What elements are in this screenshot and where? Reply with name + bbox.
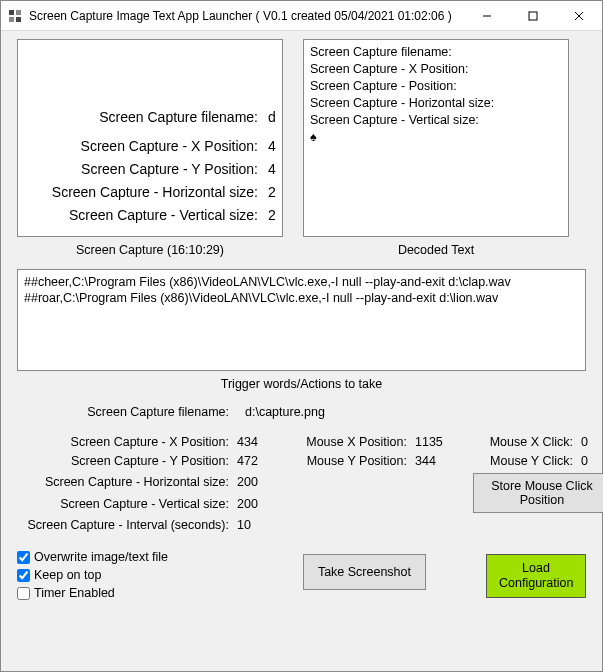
decoded-line: Screen Capture - Horizontal size:: [310, 95, 562, 112]
preview-val: d: [268, 106, 278, 129]
decoded-line: Screen Capture - Vertical size:: [310, 112, 562, 129]
setting-label: Mouse Y Click:: [473, 454, 573, 468]
store-mouse-click-button[interactable]: Store Mouse Click Position: [473, 473, 603, 513]
setting-label: Mouse X Position:: [295, 435, 407, 449]
setting-label: Screen Capture - Interval (seconds):: [17, 518, 229, 532]
preview-val: 4: [268, 135, 278, 158]
setting-value: 0: [581, 435, 603, 449]
preview-label: Screen Capture - Horizontal size:: [52, 181, 258, 204]
overwrite-checkbox-input[interactable]: [17, 551, 30, 564]
trigger-line: ##cheer,C:\Program Files (x86)\VideoLAN\…: [24, 274, 579, 290]
filename-value: d:\capture.png: [245, 405, 325, 419]
overwrite-checkbox[interactable]: Overwrite image/text file: [17, 550, 168, 564]
preview-label: Screen Capture - X Position:: [81, 135, 258, 158]
preview-val: 2: [268, 181, 278, 204]
svg-rect-5: [529, 12, 537, 20]
maximize-button[interactable]: [510, 1, 556, 31]
decoded-caption: Decoded Text: [303, 243, 569, 257]
setting-value: 0: [581, 454, 603, 468]
setting-label: Screen Capture - Horizontal size:: [17, 475, 229, 489]
decoded-line: ♠: [310, 129, 562, 146]
setting-value: 1135: [415, 435, 465, 449]
preview-val: 2: [268, 204, 278, 227]
app-icon: [7, 8, 23, 24]
preview-val: 4: [268, 158, 278, 181]
setting-value: 344: [415, 454, 465, 468]
capture-caption: Screen Capture (16:10:29): [17, 243, 283, 257]
timer-enabled-checkbox-input[interactable]: [17, 587, 30, 600]
window-title: Screen Capture Image Text App Launcher (…: [29, 9, 464, 23]
titlebar: Screen Capture Image Text App Launcher (…: [1, 1, 602, 31]
keep-on-top-checkbox-input[interactable]: [17, 569, 30, 582]
take-screenshot-button[interactable]: Take Screenshot: [303, 554, 426, 590]
decoded-line: Screen Capture - Position:: [310, 78, 562, 95]
checkbox-group: Overwrite image/text file Keep on top Ti…: [17, 550, 168, 600]
svg-rect-2: [9, 17, 14, 22]
setting-value: 472: [237, 454, 287, 468]
filename-label: Screen Capture filename:: [17, 405, 229, 419]
svg-rect-0: [9, 10, 14, 15]
client-area: Screen Capture filename:d Screen Capture…: [1, 31, 602, 671]
keep-on-top-checkbox[interactable]: Keep on top: [17, 568, 168, 582]
decoded-line: Screen Capture - X Position:: [310, 61, 562, 78]
decoded-text-box: Screen Capture filename: Screen Capture …: [303, 39, 569, 237]
preview-label: Screen Capture - Vertical size:: [69, 204, 258, 227]
trigger-line: ##roar,C:\Program Files (x86)\VideoLAN\V…: [24, 290, 579, 306]
load-configuration-button[interactable]: Load Configuration: [486, 554, 586, 598]
setting-value: 200: [237, 497, 287, 511]
screen-capture-preview: Screen Capture filename:d Screen Capture…: [17, 39, 283, 237]
setting-value: 434: [237, 435, 287, 449]
timer-enabled-checkbox[interactable]: Timer Enabled: [17, 586, 168, 600]
setting-label: Screen Capture - X Position:: [17, 435, 229, 449]
close-button[interactable]: [556, 1, 602, 31]
setting-label: Screen Capture - Y Position:: [17, 454, 229, 468]
trigger-words-box[interactable]: ##cheer,C:\Program Files (x86)\VideoLAN\…: [17, 269, 586, 371]
app-window: Screen Capture Image Text App Launcher (…: [0, 0, 603, 672]
minimize-button[interactable]: [464, 1, 510, 31]
trigger-caption: Trigger words/Actions to take: [17, 377, 586, 391]
settings-grid: Screen Capture - X Position: 434 Mouse X…: [17, 435, 586, 532]
svg-rect-3: [16, 17, 21, 22]
setting-value: 200: [237, 475, 287, 489]
preview-label: Screen Capture - Y Position:: [81, 158, 258, 181]
setting-value: 10: [237, 518, 287, 532]
setting-label: Mouse X Click:: [473, 435, 573, 449]
preview-label: Screen Capture filename:: [99, 106, 258, 129]
decoded-line: Screen Capture filename:: [310, 44, 562, 61]
svg-rect-1: [16, 10, 21, 15]
setting-label: Screen Capture - Vertical size:: [17, 497, 229, 511]
setting-label: Mouse Y Position:: [295, 454, 407, 468]
